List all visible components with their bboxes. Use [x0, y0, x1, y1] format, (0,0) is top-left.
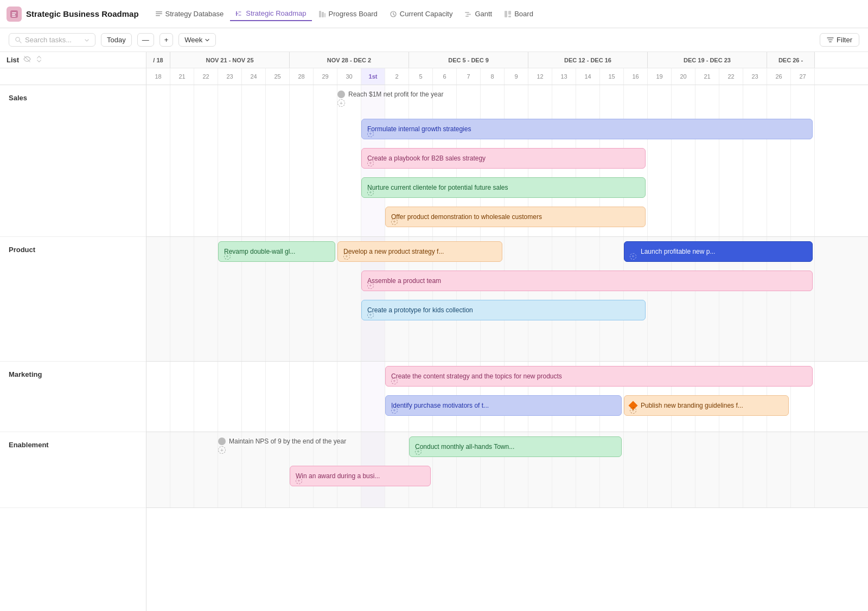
add-subtask-icon[interactable]: +	[367, 131, 374, 137]
svg-rect-4	[156, 11, 162, 12]
hide-icon[interactable]	[23, 55, 31, 65]
task-bar-product-3[interactable]: Launch profitable new p...+	[624, 241, 813, 262]
add-subtask-icon[interactable]: +	[367, 312, 374, 318]
task-bar-sales-4[interactable]: Offer product demonstration to wholesale…	[385, 207, 646, 227]
svg-rect-15	[465, 16, 469, 17]
gantt-body: Sales Product Marketing Enablement Reach…	[0, 85, 868, 611]
add-subtask-icon[interactable]: +	[367, 282, 374, 289]
week-selector[interactable]: Week	[178, 33, 216, 47]
milestone-sales-milestone[interactable]: Reach $1M net profit for the year+	[337, 91, 443, 98]
add-subtask-icon[interactable]: +	[391, 378, 398, 384]
add-subtask-icon[interactable]: +	[367, 189, 374, 196]
filter-icon	[827, 36, 834, 43]
task-bar-product-5[interactable]: Create a prototype for kids collection+	[361, 300, 646, 320]
task-bar-marketing-1[interactable]: Create the content strategy and the topi…	[385, 366, 813, 387]
gantt-week-headers: / 18NOV 21 - NOV 25NOV 28 - DEC 2DEC 5 -…	[146, 52, 868, 85]
add-subtask-icon[interactable]: +	[224, 253, 231, 260]
app-header: Strategic Business Roadmap Strategy Data…	[0, 0, 868, 28]
svg-point-19	[16, 37, 20, 41]
svg-point-8	[236, 15, 237, 16]
svg-line-21	[24, 56, 30, 62]
task-bar-enablement-1[interactable]: Conduct monthly all-hands Town...+	[409, 436, 622, 457]
add-subtask-icon[interactable]: +	[415, 448, 422, 455]
task-bar-product-4[interactable]: Assemble a product team+	[361, 271, 813, 291]
task-bar-product-2[interactable]: Develop a new product strategy f...+	[337, 241, 502, 262]
gantt-header: List / 18NOV 21 - NOV 25NOV 28 - DEC 2DE…	[0, 52, 868, 85]
svg-rect-1	[12, 12, 16, 14]
svg-rect-13	[465, 12, 469, 13]
svg-rect-9	[319, 11, 321, 17]
gantt-section-marketing: Create the content strategy and the topi…	[146, 362, 868, 432]
search-box[interactable]: Search tasks...	[9, 33, 95, 47]
gantt-section-sales: Reach $1M net profit for the year+Formul…	[146, 85, 868, 237]
tab-board[interactable]: Board	[499, 7, 539, 21]
svg-rect-11	[324, 13, 326, 17]
tab-strategic-roadmap[interactable]: Strategic Roadmap	[230, 7, 311, 21]
add-subtask-icon[interactable]: +	[630, 253, 636, 260]
svg-rect-16	[505, 11, 507, 17]
svg-point-7	[236, 11, 237, 12]
task-bar-product-1[interactable]: Revamp double-wall gl...+	[218, 241, 335, 262]
task-bar-sales-3[interactable]: Nurture current clientele for potential …	[361, 177, 646, 198]
add-subtask-icon[interactable]: +	[391, 407, 398, 414]
task-bar-marketing-2[interactable]: Identify purchase motivators of t...+	[385, 395, 622, 416]
svg-line-20	[20, 41, 21, 43]
row-label-header: List	[0, 52, 146, 85]
minus-button[interactable]: —	[137, 33, 154, 47]
row-label-sales: Sales	[0, 85, 146, 237]
add-subtask-icon[interactable]: +	[337, 99, 345, 107]
chevron-down-icon	[205, 37, 210, 43]
chevron-down-icon	[84, 37, 90, 43]
tab-current-capacity[interactable]: Current Capacity	[384, 7, 458, 21]
svg-rect-6	[156, 15, 160, 16]
nav-tabs: Strategy Database Strategic Roadmap Prog…	[150, 7, 539, 21]
search-placeholder: Search tasks...	[25, 36, 72, 44]
gantt-section-enablement: Maintain NPS of 9 by the end of the year…	[146, 432, 868, 508]
task-bar-sales-2[interactable]: Create a playbook for B2B sales strategy…	[361, 148, 646, 169]
search-icon	[15, 36, 22, 43]
tab-gantt[interactable]: Gantt	[459, 7, 497, 21]
add-subtask-icon[interactable]: +	[630, 407, 636, 414]
add-subtask-icon[interactable]: +	[391, 218, 398, 225]
svg-rect-10	[322, 12, 324, 17]
svg-rect-2	[12, 14, 15, 15]
row-label-product: Product	[0, 237, 146, 362]
add-subtask-icon[interactable]: +	[367, 160, 374, 166]
task-bar-sales-1[interactable]: Formulate internal growth strategies+	[361, 119, 813, 139]
plus-button[interactable]: +	[159, 33, 174, 47]
app-icon	[7, 7, 22, 22]
row-label-marketing: Marketing	[0, 362, 146, 432]
toolbar: Search tasks... Today — + Week Filter	[0, 28, 868, 52]
app-title: Strategic Business Roadmap	[26, 9, 139, 18]
filter-button[interactable]: Filter	[820, 33, 859, 47]
gantt-container: List / 18NOV 21 - NOV 25NOV 28 - DEC 2DE…	[0, 52, 868, 611]
svg-rect-14	[467, 14, 471, 15]
add-subtask-icon[interactable]: +	[218, 446, 226, 454]
add-subtask-icon[interactable]: +	[296, 478, 302, 484]
svg-rect-17	[508, 11, 511, 15]
list-label: List	[7, 56, 19, 64]
row-labels: Sales Product Marketing Enablement	[0, 85, 146, 611]
add-subtask-icon[interactable]: +	[343, 253, 350, 260]
gantt-section-product: Revamp double-wall gl...+Develop a new p…	[146, 237, 868, 362]
svg-rect-18	[508, 16, 511, 17]
tab-strategy-database[interactable]: Strategy Database	[150, 7, 229, 21]
svg-rect-3	[12, 16, 16, 17]
task-bar-marketing-3[interactable]: Publish new branding guidelines f...+	[624, 395, 789, 416]
milestone-enablement-milestone[interactable]: Maintain NPS of 9 by the end of the year…	[218, 438, 346, 445]
collapse-icon[interactable]	[35, 55, 43, 65]
row-label-enablement: Enablement	[0, 432, 146, 508]
svg-rect-5	[156, 13, 162, 14]
today-button[interactable]: Today	[101, 33, 132, 47]
task-bar-enablement-2[interactable]: Win an award during a busi...+	[290, 466, 431, 486]
tab-progress-board[interactable]: Progress Board	[313, 7, 383, 21]
